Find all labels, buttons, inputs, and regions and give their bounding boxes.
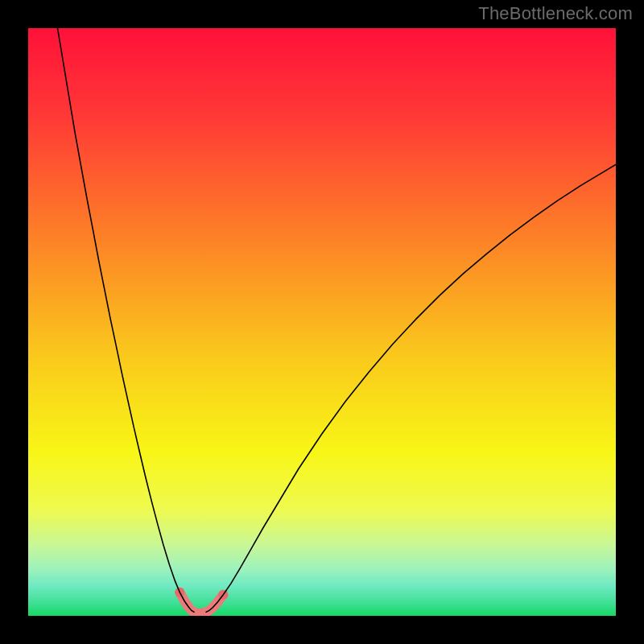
watermark-text: TheBottleneck.com (478, 3, 633, 24)
chart-container: TheBottleneck.com (0, 0, 644, 644)
gradient-background (28, 28, 616, 616)
chart-svg (28, 28, 616, 616)
plot-area (28, 28, 616, 616)
